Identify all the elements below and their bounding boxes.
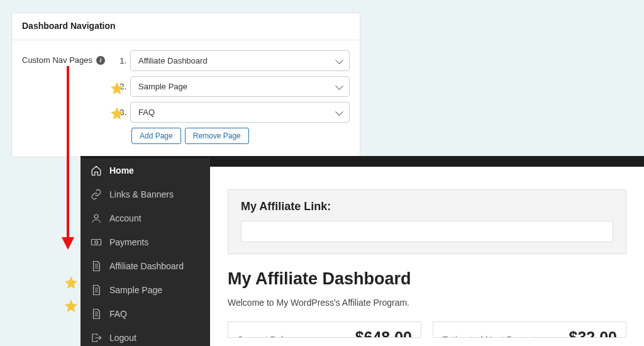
welcome-text: Welcome to My WordPress's Affiliate Prog… [228,298,626,308]
svg-point-4 [95,241,98,244]
sidebar-item-sample-page[interactable]: Sample Page [80,278,210,302]
link-icon [91,189,102,200]
sidebar: Home Links & Banners Account Payments Af… [80,159,210,346]
star-icon [64,275,79,290]
nav-select-1[interactable]: Affiliate Dashboard [130,50,350,71]
sidebar-item-payments[interactable]: Payments [80,230,210,254]
svg-marker-1 [62,237,74,250]
sidebar-item-label: Account [109,213,142,223]
arrow-icon [62,66,80,252]
star-icon [109,81,125,96]
sidebar-item-affiliate-dashboard[interactable]: Affiliate Dashboard [80,254,210,278]
add-page-button[interactable]: Add Page [131,128,181,144]
stat-row: Current Balance $648.00 Estimated Next P… [228,321,626,338]
sidebar-item-label: Home [109,165,134,176]
remove-page-button[interactable]: Remove Page [185,128,249,144]
page-icon [91,308,102,320]
home-icon [91,165,102,176]
sidebar-item-logout[interactable]: Logout [80,326,210,346]
sidebar-item-label: Links & Banners [109,189,174,199]
svg-rect-3 [92,240,101,245]
field-label: Custom Nav Pages i [22,50,105,65]
sidebar-item-label: Logout [109,333,136,343]
nav-row-3: 3. FAQ [118,102,350,123]
info-icon[interactable]: i [96,56,105,65]
affiliate-link-input[interactable] [241,221,613,242]
nav-select-3[interactable]: FAQ [130,102,350,123]
stat-next-payout: Estimated Next Payout $32.00 [433,321,626,338]
sidebar-item-label: Sample Page [109,285,162,295]
nav-row-1: 1. Affiliate Dashboard [118,50,350,71]
money-icon [91,237,102,248]
page-icon [91,260,102,272]
sidebar-item-account[interactable]: Account [80,206,210,230]
content: My Affiliate Link: My Affiliate Dashboar… [210,167,644,346]
nav-rows: 1. Affiliate Dashboard 2. Sample Page 3.… [118,50,350,144]
star-icon [64,298,79,313]
row-btns: Add Page Remove Page [131,128,350,144]
sidebar-item-faq[interactable]: FAQ [80,302,210,326]
sidebar-item-label: FAQ [109,309,127,319]
svg-point-2 [94,215,98,218]
page-icon [91,284,102,296]
affiliate-link-card: My Affiliate Link: [228,189,626,254]
logout-icon [91,332,102,343]
stat-current-balance: Current Balance $648.00 [228,321,421,338]
page-title: My Affiliate Dashboard [228,269,626,289]
sidebar-item-label: Payments [109,237,148,247]
panel-title: Dashboard Navigation [12,13,360,40]
sidebar-item-label: Affiliate Dashboard [109,261,184,271]
nav-row-2: 2. Sample Page [118,76,350,97]
nav-select-2[interactable]: Sample Page [130,76,350,97]
sidebar-item-links[interactable]: Links & Banners [80,182,210,206]
star-icon [109,106,125,121]
card-title: My Affiliate Link: [241,200,613,213]
user-icon [91,213,102,224]
sidebar-item-home[interactable]: Home [80,159,210,182]
